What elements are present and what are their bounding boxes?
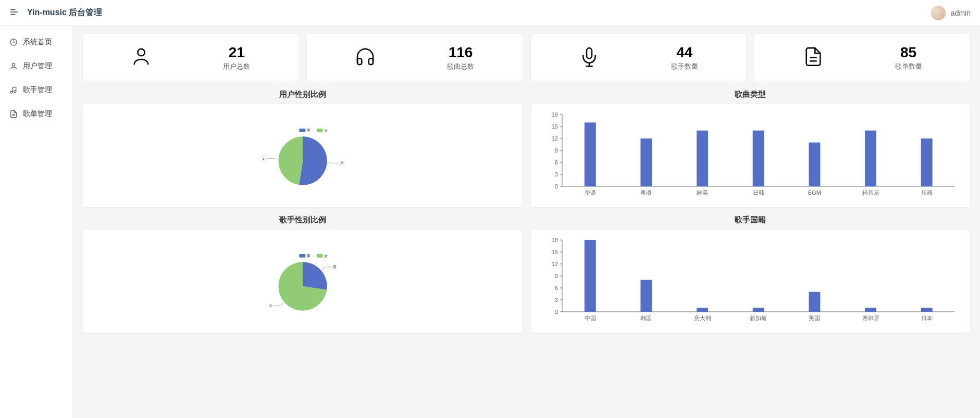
mic-icon [579,46,600,69]
svg-rect-47 [865,131,876,186]
svg-rect-79 [752,308,764,312]
svg-text:韩国: 韩国 [640,315,652,321]
svg-text:日韩: 日韩 [752,189,764,196]
svg-point-9 [138,49,145,56]
svg-rect-39 [640,138,652,186]
username-label[interactable]: admin [951,9,971,17]
stats-row: 21 用户总数 116 歌曲总数 44 歌手数量 [82,33,971,82]
svg-text:男: 男 [340,160,344,165]
svg-text:女: 女 [324,254,328,258]
svg-text:女: 女 [269,303,272,308]
header-right: admin [931,6,971,20]
stat-card-playlists: 85 歌单数量 [754,33,971,82]
svg-rect-43 [752,131,764,186]
stat-value: 44 [671,44,698,61]
menu-toggle-icon[interactable] [9,7,19,19]
stat-label: 歌曲总数 [447,62,474,71]
svg-text:粤语: 粤语 [640,189,652,196]
sidebar-item-playlists[interactable]: 歌单管理 [0,102,72,126]
sidebar-item-label: 歌单管理 [23,109,52,119]
music-note-icon [9,86,18,94]
header-left: Yin-music 后台管理 [9,7,102,19]
svg-text:3: 3 [554,171,557,178]
chart-song-type: 歌曲类型 0369121518华语粤语欧美日韩BGM轻音乐乐器 [530,90,971,208]
stat-card-songs: 116 歌曲总数 [306,33,523,82]
svg-rect-15 [299,129,305,132]
svg-text:9: 9 [554,147,557,154]
chart-title: 歌手性别比例 [82,215,523,225]
svg-rect-75 [640,280,652,312]
svg-text:中国: 中国 [584,315,596,321]
stat-card-singers: 44 歌手数量 [530,33,747,82]
svg-rect-51 [299,254,305,258]
svg-text:华语: 华语 [584,189,596,196]
stat-label: 歌手数量 [671,62,698,71]
chart-title: 歌手国籍 [530,215,971,225]
sidebar-item-label: 用户管理 [23,61,52,71]
svg-rect-81 [809,292,820,312]
sidebar-item-label: 歌手管理 [23,85,52,95]
svg-rect-73 [584,240,596,312]
svg-point-4 [12,64,15,66]
svg-text:12: 12 [551,135,557,142]
user-icon [9,62,18,70]
stat-value: 116 [447,44,474,61]
svg-rect-53 [316,254,322,258]
stat-label: 歌单数量 [895,62,922,71]
chart-singer-country: 歌手国籍 0369121518中国韩国意大利新加坡美国西班牙日本 [530,215,971,333]
stat-value: 21 [223,44,250,61]
user-icon [131,46,152,69]
svg-text:轻音乐: 轻音乐 [862,189,879,196]
svg-text:6: 6 [554,159,557,166]
chart-title: 用户性别比例 [82,90,523,99]
svg-text:6: 6 [554,285,557,291]
sidebar-item-label: 系统首页 [23,37,52,47]
svg-text:18: 18 [551,237,557,243]
svg-text:3: 3 [554,297,557,303]
svg-rect-45 [809,143,820,186]
svg-text:美国: 美国 [809,315,820,321]
svg-point-5 [10,91,13,93]
svg-rect-85 [921,308,932,312]
headphones-icon [355,46,376,69]
chart-title: 歌曲类型 [530,90,971,99]
stat-value: 85 [895,44,922,61]
svg-text:BGM: BGM [808,189,821,196]
svg-text:0: 0 [554,309,557,315]
svg-rect-10 [587,48,592,58]
svg-text:女: 女 [262,156,265,161]
svg-rect-17 [316,129,322,132]
svg-text:乐器: 乐器 [921,189,932,196]
sidebar-item-home[interactable]: 系统首页 [0,30,72,54]
header: Yin-music 后台管理 admin [0,0,980,26]
svg-text:12: 12 [551,261,557,267]
stat-label: 用户总数 [223,62,250,71]
svg-text:15: 15 [551,249,557,255]
stat-card-users: 21 用户总数 [82,33,299,82]
svg-text:欧美: 欧美 [697,189,708,196]
sidebar-item-users[interactable]: 用户管理 [0,54,72,78]
sidebar-item-singers[interactable]: 歌手管理 [0,78,72,102]
sidebar: 系统首页 用户管理 歌手管理 歌单管理 [0,26,73,418]
svg-text:男: 男 [333,264,337,269]
svg-text:男: 男 [307,254,311,258]
svg-text:男: 男 [307,128,311,133]
avatar[interactable] [931,6,946,20]
svg-text:0: 0 [554,183,557,189]
document-icon [9,110,18,118]
svg-rect-37 [584,122,596,186]
svg-text:意大利: 意大利 [693,315,711,321]
svg-text:日本: 日本 [921,315,932,321]
svg-rect-41 [697,131,708,186]
svg-text:西班牙: 西班牙 [862,315,879,321]
chart-user-gender: 用户性别比例 男女男女 [82,90,523,208]
svg-text:新加坡: 新加坡 [750,315,767,321]
svg-text:18: 18 [551,111,557,118]
chart-singer-gender: 歌手性别比例 男女男女 [82,215,523,333]
main-content: 21 用户总数 116 歌曲总数 44 歌手数量 [73,26,980,418]
svg-text:女: 女 [324,128,328,133]
svg-point-6 [14,91,16,93]
clock-icon [9,38,18,46]
svg-text:15: 15 [551,123,557,130]
app-title: Yin-music 后台管理 [27,7,102,18]
